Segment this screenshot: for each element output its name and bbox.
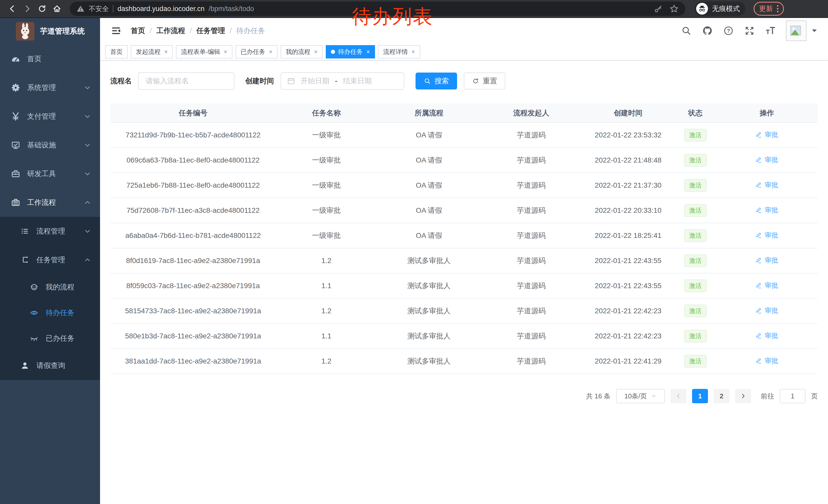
close-icon[interactable]: ×	[269, 48, 273, 55]
sidebar-item-task-management[interactable]: 任务管理	[0, 245, 100, 274]
approve-button[interactable]: 审批	[755, 256, 778, 265]
sidebar-item-dev-tools[interactable]: 研发工具	[0, 159, 100, 188]
col-created: 创建时间	[581, 103, 675, 123]
tab-todo-tasks[interactable]: 待办任务×	[326, 45, 375, 58]
page-size-select[interactable]: 10条/页	[616, 389, 665, 403]
back-icon[interactable]	[7, 3, 18, 14]
prev-page-button[interactable]	[670, 389, 687, 403]
task-process: OA 请假	[377, 148, 481, 173]
table-row: 069c6a63-7b8a-11ec-8ef0-acde48001122一级审批…	[110, 148, 818, 173]
date-range-picker[interactable]: 开始日期 - 结束日期	[281, 72, 404, 90]
approve-button[interactable]: 审批	[755, 205, 778, 215]
page-button-2[interactable]: 2	[714, 389, 730, 403]
page-button-1[interactable]: 1	[692, 389, 708, 403]
reset-button-label: 重置	[483, 76, 497, 86]
table-row: 8f0d1619-7ac8-11ec-a9e2-a2380e71991a1.2测…	[110, 248, 818, 273]
task-name: 1.2	[276, 299, 377, 324]
process-list-icon	[20, 226, 30, 236]
sidebar-item-system[interactable]: 系统管理	[0, 73, 100, 102]
tab-label: 已办任务	[241, 48, 265, 56]
sidebar-item-infrastructure[interactable]: 基础设施	[0, 131, 100, 159]
reload-icon[interactable]	[36, 3, 48, 14]
sidebar-item-process-management[interactable]: 流程管理	[0, 217, 100, 245]
approve-button[interactable]: 审批	[755, 155, 778, 164]
sidebar-item-payment[interactable]: 支付管理	[0, 102, 100, 131]
approve-button[interactable]: 审批	[755, 180, 778, 189]
font-size-icon[interactable]	[765, 25, 776, 36]
approve-button[interactable]: 审批	[755, 231, 778, 240]
search-button[interactable]: 搜索	[416, 73, 457, 89]
approve-button[interactable]: 审批	[755, 281, 778, 290]
approve-button[interactable]: 审批	[755, 130, 778, 139]
col-task-id: 任务编号	[110, 103, 276, 123]
forward-icon[interactable]	[22, 3, 33, 14]
browser-update-button[interactable]: 更新	[754, 2, 784, 16]
help-icon[interactable]: ?	[723, 25, 734, 36]
tab-label: 流程表单-编辑	[181, 48, 220, 56]
sidebar-item-done-tasks[interactable]: 已办任务	[0, 326, 100, 351]
process-name-input[interactable]	[138, 72, 235, 90]
tab-label: 流程详情	[383, 48, 408, 56]
avatar[interactable]	[786, 20, 806, 41]
approve-label: 审批	[764, 130, 778, 139]
sidebar-item-todo-tasks[interactable]: 待办任务	[0, 300, 100, 326]
approve-button[interactable]: 审批	[755, 331, 778, 340]
task-name: 1.2	[276, 248, 377, 273]
next-page-button[interactable]	[735, 389, 751, 403]
address-bar[interactable]: 不安全 dashboard.yudao.iocoder.cn/bpm/task/…	[70, 2, 686, 16]
task-process: OA 请假	[377, 123, 481, 148]
breadcrumb-home[interactable]: 首页	[131, 26, 145, 36]
sidebar-item-workflow[interactable]: 工作流程	[0, 188, 100, 217]
sidebar: 芋道管理系统 首页 系统管理 支付管理 基础设施 研发工具	[0, 18, 100, 504]
task-created: 2022-01-22 20:33:10	[581, 198, 675, 223]
breadcrumb-task-management[interactable]: 任务管理	[197, 26, 225, 36]
task-created: 2022-01-21 22:42:23	[581, 324, 675, 349]
home-icon[interactable]	[51, 3, 63, 14]
browser-toolbar: 不安全 dashboard.yudao.iocoder.cn/bpm/task/…	[0, 0, 828, 18]
task-name: 1.1	[276, 273, 377, 299]
breadcrumb-workflow[interactable]: 工作流程	[157, 26, 185, 36]
sidebar-item-my-process[interactable]: 我的流程	[0, 274, 100, 300]
goto-page-input[interactable]	[780, 389, 805, 403]
close-icon[interactable]: ×	[164, 48, 168, 55]
avatar-caret-icon[interactable]	[812, 29, 817, 33]
tab-done-tasks[interactable]: 已办任务×	[236, 45, 278, 58]
sidebar-item-home[interactable]: 首页	[0, 45, 100, 73]
security-warning-icon[interactable]	[76, 5, 85, 13]
close-icon[interactable]: ×	[366, 48, 370, 55]
task-name: 1.1	[276, 324, 377, 349]
tab-process-detail[interactable]: 流程详情×	[378, 45, 420, 58]
todo-task-table: 任务编号 任务名称 所属流程 流程发起人 创建时间 状态 操作 73211d9d…	[110, 103, 818, 374]
approve-button[interactable]: 审批	[755, 306, 778, 315]
close-icon[interactable]: ×	[314, 48, 318, 55]
task-name: 1.2	[276, 349, 377, 374]
close-icon[interactable]: ×	[411, 48, 415, 55]
approve-button[interactable]: 审批	[755, 356, 778, 365]
tab-process-form-edit[interactable]: 流程表单-编辑×	[176, 45, 233, 58]
pagination-total: 共 16 条	[586, 392, 611, 401]
fullscreen-icon[interactable]	[744, 25, 755, 36]
goto-unit-label: 页	[811, 392, 818, 401]
task-created: 2022-01-21 22:42:23	[581, 299, 675, 324]
task-process: 测试多审批人	[377, 248, 481, 273]
app-logo-row[interactable]: 芋道管理系统	[0, 18, 100, 45]
sidebar-item-label: 任务管理	[36, 255, 65, 265]
breadcrumb-separator: /	[190, 27, 192, 35]
task-name: 一级审批	[276, 123, 377, 148]
tab-home[interactable]: 首页	[105, 45, 128, 58]
sidebar-item-leave-query[interactable]: 请假查询	[0, 351, 100, 380]
bookmark-star-icon[interactable]	[669, 4, 679, 13]
task-created: 2022-01-22 21:37:30	[581, 173, 675, 198]
chevron-down-icon	[84, 142, 91, 148]
close-icon[interactable]: ×	[224, 48, 227, 55]
sidebar-collapse-icon[interactable]	[111, 25, 122, 36]
github-icon[interactable]	[702, 25, 713, 36]
task-starter: 芋道源码	[481, 349, 581, 374]
password-key-icon[interactable]	[654, 4, 663, 13]
status-badge: 激活	[684, 129, 707, 141]
tab-my-process[interactable]: 我的流程×	[281, 45, 323, 58]
tab-start-process[interactable]: 发起流程×	[131, 45, 173, 58]
search-icon[interactable]	[681, 25, 692, 36]
browser-menu-icon[interactable]	[777, 5, 779, 12]
reset-button[interactable]: 重置	[464, 73, 505, 89]
